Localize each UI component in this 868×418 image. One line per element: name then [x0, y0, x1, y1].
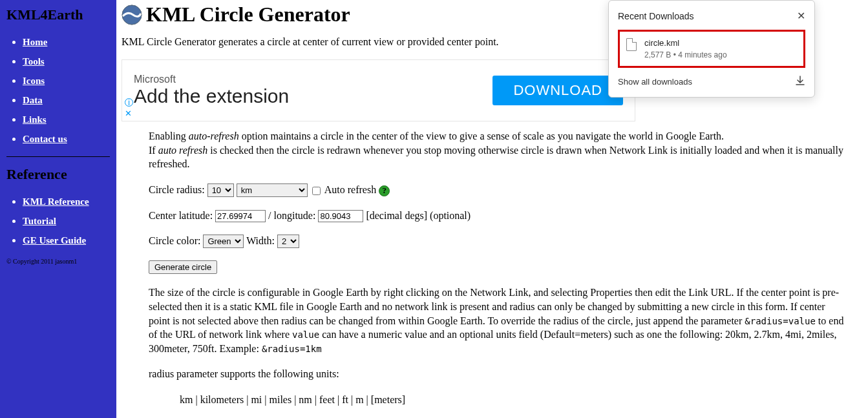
ref-tutorial[interactable]: Tutorial — [23, 216, 56, 226]
radius-unit-select[interactable]: km — [237, 183, 308, 197]
ref-kml[interactable]: KML Reference — [23, 196, 89, 207]
show-all-downloads[interactable]: Show all downloads — [618, 77, 692, 87]
radius-row: Circle radius: 10 km Auto refresh ? — [149, 183, 849, 197]
lon-label: longitude: — [274, 210, 316, 221]
generate-button[interactable]: Generate circle — [149, 260, 217, 274]
download-file-name: circle.kml — [644, 38, 727, 48]
downloads-title: Recent Downloads — [618, 11, 694, 21]
close-icon[interactable]: ✕ — [797, 10, 805, 22]
intro-paragraph: Enabling auto-refresh option maintains a… — [149, 129, 849, 171]
radius-label: Circle radius: — [149, 184, 205, 195]
center-row: Center latitude: / longitude: [decimal d… — [149, 209, 849, 223]
ad-headline: Add the extension — [134, 85, 289, 107]
sidebar: KML4Earth Home Tools Icons Data Links Co… — [0, 0, 116, 418]
ad-brand: Microsoft — [134, 74, 289, 85]
lat-input[interactable] — [215, 210, 266, 222]
nav-contact[interactable]: Contact us — [23, 134, 67, 144]
color-row: Circle color: Green Width: 2 — [149, 234, 849, 248]
download-icon[interactable] — [795, 76, 805, 88]
site-title: KML4Earth — [6, 6, 110, 23]
description-paragraph: The size of the circle is configurable i… — [149, 286, 849, 355]
copyright: © Copyright 2011 jasonm1 — [6, 258, 110, 265]
width-label: Width: — [246, 235, 275, 246]
ad-close-icon[interactable]: ✕ — [125, 109, 132, 118]
ad-download-button[interactable]: DOWNLOAD — [492, 76, 623, 105]
radius-value-select[interactable]: 10 — [207, 183, 234, 197]
download-file-meta: 2,577 B • 4 minutes ago — [644, 50, 727, 59]
ref-list: KML Reference Tutorial GE User Guide — [6, 196, 110, 246]
nav-links[interactable]: Links — [23, 114, 47, 125]
coord-hint: [decimal degs] (optional) — [366, 210, 471, 221]
units-list: km | kilometers | mi | miles | nm | feet… — [149, 393, 849, 407]
auto-refresh-label: Auto refresh — [324, 184, 379, 195]
file-icon — [626, 38, 637, 51]
lat-label: Center latitude: — [149, 210, 213, 221]
nav-icons[interactable]: Icons — [23, 76, 45, 86]
nav-tools[interactable]: Tools — [23, 56, 45, 67]
width-select[interactable]: 2 — [277, 235, 299, 248]
download-item[interactable]: circle.kml 2,577 B • 4 minutes ago — [618, 30, 805, 68]
units-intro: radius parameter supports the following … — [149, 367, 849, 381]
ad-banner[interactable]: i ✕ Microsoft Add the extension DOWNLOAD — [122, 59, 635, 121]
downloads-popup: Recent Downloads ✕ circle.kml 2,577 B • … — [608, 0, 815, 98]
color-label: Circle color: — [149, 235, 200, 246]
reference-heading: Reference — [6, 166, 110, 183]
nav-data[interactable]: Data — [23, 95, 43, 105]
ad-info-icon[interactable]: i — [125, 98, 133, 107]
lon-input[interactable] — [318, 210, 363, 222]
ref-geuserguide[interactable]: GE User Guide — [23, 235, 86, 246]
page-title: KML Circle Generator — [146, 3, 350, 26]
auto-refresh-checkbox[interactable] — [312, 187, 321, 195]
nav-home[interactable]: Home — [23, 37, 47, 47]
nav-list: Home Tools Icons Data Links Contact us — [6, 36, 110, 145]
color-select[interactable]: Green — [203, 235, 244, 248]
sidebar-divider — [6, 156, 110, 157]
help-icon[interactable]: ? — [379, 185, 390, 196]
google-earth-icon — [122, 5, 142, 25]
